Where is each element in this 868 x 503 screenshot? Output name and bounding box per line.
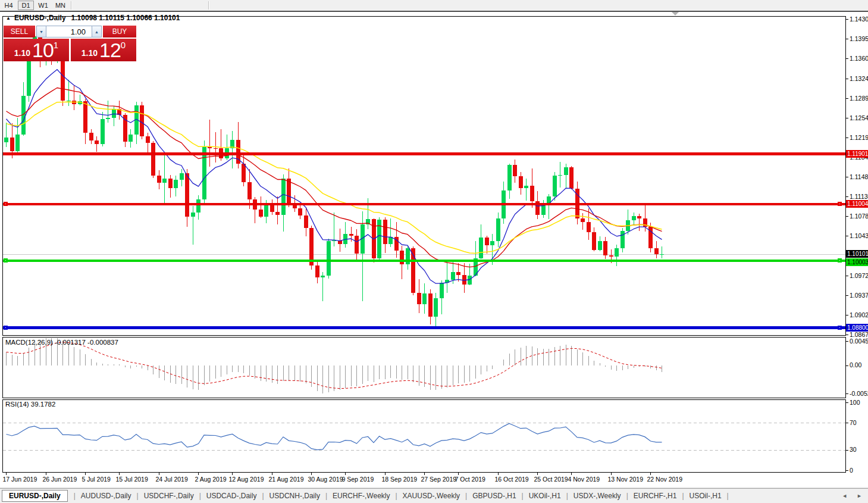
bid-price-point: 1 — [54, 40, 58, 50]
svg-text:4 Nov 2019: 4 Nov 2019 — [568, 476, 600, 483]
tab-separator — [518, 492, 528, 500]
svg-text:1.13240: 1.13240 — [850, 75, 868, 82]
tab-separator — [622, 492, 632, 500]
svg-text:1.12190: 1.12190 — [850, 134, 868, 141]
svg-text:70: 70 — [850, 419, 857, 426]
spin-up-icon: ▲ — [95, 30, 99, 34]
date-axis: 17 Jun 201926 Jun 20195 Jul 201915 Jul 2… — [3, 473, 683, 483]
sell-button[interactable]: SELL — [4, 26, 35, 38]
tab-separator — [195, 492, 205, 500]
svg-text:24 Jul 2019: 24 Jul 2019 — [156, 476, 188, 483]
svg-text:1.09720: 1.09720 — [850, 272, 868, 279]
svg-text:30 Aug 2019: 30 Aug 2019 — [308, 476, 343, 483]
tab-usdx-weekly[interactable]: USDX-,Weekly — [572, 490, 622, 502]
one-click-trade-panel: SELL ▼ 1.00 ▲ BUY 1.10 10 1 1.10 12 0 — [4, 26, 136, 61]
price-axis: 1.143001.139501.136001.132401.128901.125… — [845, 15, 868, 338]
svg-text:27 Sep 2019: 27 Sep 2019 — [421, 476, 457, 483]
ohlc-readout: 1.10098 1.10115 1.10066 1.10101 — [71, 14, 180, 22]
svg-text:1.10101: 1.10101 — [847, 251, 868, 257]
ask-price-point: 0 — [121, 40, 126, 50]
svg-text:1.10430: 1.10430 — [850, 232, 868, 239]
tab-usoil-h1[interactable]: USOil-,H1 — [688, 490, 723, 502]
timeframe-button-h4[interactable]: H4 — [1, 1, 17, 10]
chart-shift-marker-icon — [672, 12, 679, 15]
buy-button[interactable]: BUY — [103, 26, 136, 38]
timeframe-button-d1[interactable]: D1 — [18, 1, 34, 10]
svg-text:1.10780: 1.10780 — [850, 213, 868, 220]
svg-text:1.12890: 1.12890 — [850, 95, 868, 102]
spin-down-icon: ▼ — [39, 30, 43, 34]
tab-ukoil-h1[interactable]: UKOil-,H1 — [528, 490, 562, 502]
svg-text:0.00: 0.00 — [850, 361, 862, 368]
svg-text:0: 0 — [850, 467, 853, 474]
symbol-label: EURUSD-,Daily — [14, 14, 66, 22]
tab-gbpusd-h1[interactable]: GBPUSD-,H1 — [471, 490, 517, 502]
bid-price-panel[interactable]: 1.10 10 1 — [4, 39, 69, 61]
ask-price-prefix: 1.10 — [82, 48, 98, 58]
svg-text:-0.00520: -0.00520 — [850, 390, 868, 397]
svg-text:17 Jun 2019: 17 Jun 2019 — [3, 476, 37, 483]
volume-decrease-button[interactable]: ▼ — [36, 26, 46, 38]
tab-audusd-daily[interactable]: AUDUSD-,Daily — [80, 490, 133, 502]
tab-separator — [562, 492, 572, 500]
svg-text:18 Sep 2019: 18 Sep 2019 — [382, 476, 418, 483]
tab-usdcad-daily[interactable]: USDCAD-,Daily — [205, 490, 258, 502]
svg-text:1.11130: 1.11130 — [850, 193, 868, 200]
svg-text:5 Jul 2019: 5 Jul 2019 — [82, 476, 111, 483]
tab-eurchf-weekly[interactable]: EURCHF-,Weekly — [331, 490, 391, 502]
volume-input[interactable]: 1.00 — [46, 26, 92, 38]
svg-text:7 Oct 2019: 7 Oct 2019 — [455, 476, 486, 483]
svg-text:13 Nov 2019: 13 Nov 2019 — [608, 476, 644, 483]
svg-text:25 Oct 2019: 25 Oct 2019 — [534, 476, 568, 483]
tab-separator — [258, 492, 268, 500]
macd-axis: 0.0045360.00-0.00520 — [845, 338, 868, 397]
tab-separator — [321, 492, 331, 500]
bid-price-prefix: 1.10 — [14, 48, 30, 58]
tab-separator — [723, 492, 733, 500]
ask-price-panel[interactable]: 1.10 12 0 — [71, 39, 136, 61]
svg-text:1.11901: 1.11901 — [847, 151, 868, 157]
svg-text:1.08800: 1.08800 — [847, 324, 868, 331]
tab-eurchf-h1[interactable]: EURCHF-,H1 — [632, 490, 678, 502]
svg-text:1.09020: 1.09020 — [850, 311, 868, 318]
chart-tab-bar: EURUSD-,Daily AUDUSD-,Daily USDCHF-,Dail… — [0, 488, 868, 503]
tab-separator — [133, 492, 143, 500]
tab-usdchf-daily[interactable]: USDCHF-,Daily — [143, 490, 195, 502]
svg-text:1.09370: 1.09370 — [850, 292, 868, 299]
tab-separator — [70, 492, 80, 500]
chart-canvas[interactable]: 1.143001.139501.136001.132401.128901.125… — [0, 0, 868, 503]
svg-text:1.13950: 1.13950 — [850, 35, 868, 42]
svg-text:30: 30 — [850, 446, 857, 453]
svg-text:0.004536: 0.004536 — [850, 338, 868, 345]
svg-text:1.13600: 1.13600 — [850, 55, 868, 62]
tab-xauusd-weekly[interactable]: XAUUSD-,Weekly — [402, 490, 461, 502]
svg-text:15 Jul 2019: 15 Jul 2019 — [116, 476, 148, 483]
svg-text:26 Jun 2019: 26 Jun 2019 — [43, 476, 77, 483]
tab-usdcnh-daily[interactable]: USDCNH-,Daily — [268, 490, 321, 502]
volume-increase-button[interactable]: ▲ — [92, 26, 102, 38]
timeframe-button-w1[interactable]: W1 — [35, 1, 51, 10]
toolbar-separator — [71, 1, 72, 10]
collapse-arrow-icon[interactable]: ▲ — [6, 15, 11, 21]
svg-text:100: 100 — [850, 399, 860, 406]
svg-text:1.12540: 1.12540 — [850, 114, 868, 121]
tab-scroll-right-icon[interactable]: ► — [857, 493, 862, 499]
svg-text:12 Aug 2019: 12 Aug 2019 — [229, 476, 264, 483]
tab-eurusd-daily[interactable]: EURUSD-,Daily — [2, 490, 68, 502]
svg-text:1.11004: 1.11004 — [847, 201, 868, 207]
macd-indicator-label: MACD(12,26,9) -0.001317 -0.000837 — [5, 339, 118, 346]
tab-separator — [678, 492, 688, 500]
svg-text:21 Aug 2019: 21 Aug 2019 — [269, 476, 304, 483]
svg-text:22 Nov 2019: 22 Nov 2019 — [647, 476, 683, 483]
toolbar-separator — [208, 1, 209, 10]
tab-scroll-left-icon[interactable]: ◄ — [842, 493, 847, 499]
svg-text:9 Sep 2019: 9 Sep 2019 — [342, 476, 374, 483]
tab-separator — [461, 492, 471, 500]
bid-price-pips: 10 — [32, 39, 54, 61]
svg-text:1.11480: 1.11480 — [850, 173, 868, 180]
timeframe-button-mn[interactable]: MN — [52, 1, 68, 10]
svg-text:1.14300: 1.14300 — [850, 15, 868, 23]
chart-title: ▲ EURUSD-,Daily 1.10098 1.10115 1.10066 … — [6, 14, 180, 22]
tab-separator — [391, 492, 401, 500]
timeframe-toolbar: H4 D1 W1 MN — [0, 0, 868, 11]
